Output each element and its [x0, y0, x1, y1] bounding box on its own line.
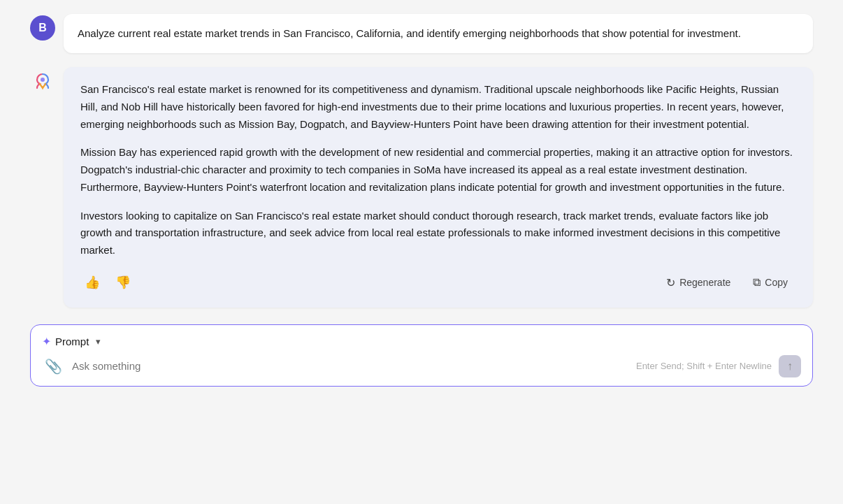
input-row: 📎 Enter Send; Shift + Enter Newline ↑: [42, 355, 801, 377]
copy-label: Copy: [765, 277, 788, 288]
prompt-container: ✦ Prompt ▾ 📎 Enter Send; Shift + Enter N…: [30, 324, 813, 387]
prompt-dropdown-button[interactable]: ▾: [93, 335, 103, 348]
user-message-row: B Analyze current real estate market tre…: [30, 14, 813, 53]
prompt-header: ✦ Prompt ▾: [42, 335, 801, 348]
ai-bubble: San Francisco's real estate market is re…: [64, 67, 813, 308]
like-button[interactable]: 👍: [80, 272, 104, 293]
ai-paragraph-1: San Francisco's real estate market is re…: [80, 81, 796, 133]
user-bubble: Analyze current real estate market trend…: [64, 14, 813, 53]
feedback-buttons: 👍 👎: [80, 272, 135, 293]
ai-message-row: San Francisco's real estate market is re…: [30, 67, 813, 308]
ai-avatar-icon: [30, 69, 55, 94]
regenerate-label: Regenerate: [679, 277, 730, 288]
prompt-hint-text: Enter Send; Shift + Enter Newline: [636, 361, 772, 371]
prompt-label: Prompt: [55, 336, 89, 347]
ai-paragraph-3: Investors looking to capitalize on San F…: [80, 208, 796, 259]
copy-button[interactable]: ⧉ Copy: [744, 272, 796, 293]
thumbs-down-icon: 👎: [115, 275, 131, 290]
regenerate-button[interactable]: ↻ Regenerate: [658, 272, 739, 294]
ai-paragraph-2: Mission Bay has experienced rapid growth…: [80, 144, 796, 196]
avatar: B: [30, 15, 55, 41]
attach-icon: 📎: [45, 358, 62, 375]
prompt-input[interactable]: [72, 360, 629, 372]
user-message-text: Analyze current real estate market trend…: [78, 27, 741, 39]
copy-icon: ⧉: [753, 276, 761, 289]
thumbs-up-icon: 👍: [85, 275, 100, 290]
chevron-down-icon: ▾: [96, 336, 101, 347]
send-button[interactable]: ↑: [779, 355, 801, 377]
regenerate-icon: ↻: [666, 276, 675, 289]
ai-actions-bar: 👍 👎 ↻ Regenerate ⧉ Copy: [80, 272, 796, 294]
dislike-button[interactable]: 👎: [111, 272, 135, 293]
attach-button[interactable]: 📎: [42, 355, 65, 377]
send-icon: ↑: [787, 360, 793, 373]
sparkle-icon: ✦: [42, 335, 51, 348]
response-action-buttons: ↻ Regenerate ⧉ Copy: [658, 272, 796, 294]
svg-point-0: [41, 78, 45, 82]
